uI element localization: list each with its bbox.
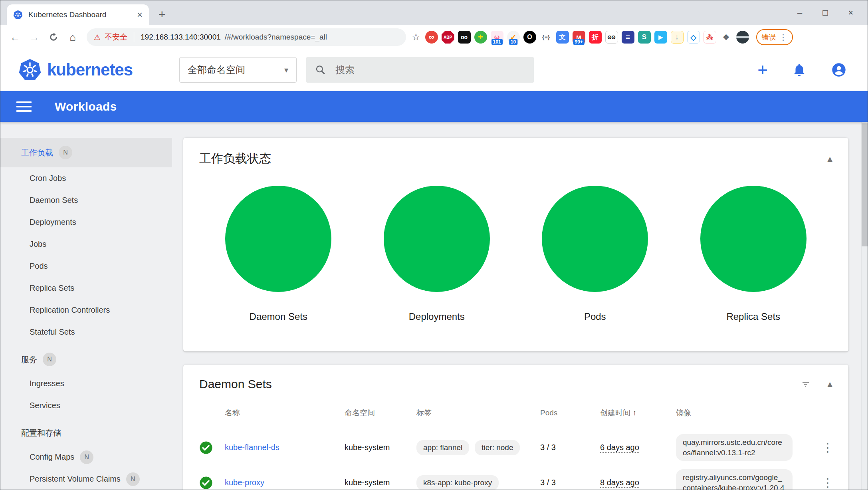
donut-chart[interactable] (542, 186, 648, 292)
extensions-puzzle-icon[interactable]: ❖ (720, 31, 733, 44)
sidebar-item[interactable]: Config Maps N (0, 446, 172, 468)
black-o-icon[interactable]: O (523, 31, 536, 44)
created-column-header[interactable]: 创建时间 ↑ (600, 408, 676, 418)
reload-icon[interactable] (44, 32, 63, 42)
s-letter-icon[interactable]: S (638, 31, 651, 44)
google-translate-icon[interactable]: 文 (556, 31, 569, 44)
hamburger-menu-icon[interactable] (16, 101, 32, 112)
not-secure-label: 不安全 (105, 32, 127, 42)
json-braces-icon[interactable]: {≡} (540, 31, 553, 44)
donut-label: Pods (584, 311, 606, 322)
chevron-down-icon: ▾ (284, 65, 288, 75)
notes-list-icon[interactable]: ≡ (622, 31, 634, 44)
app-header: kubernetes 全部命名空间 ▾ + (0, 49, 868, 91)
sidebar-item-label: Config Maps (30, 452, 74, 462)
infinity-icon[interactable]: ∞ (425, 31, 438, 44)
sidebar-item[interactable]: Replication Controllers (0, 299, 172, 321)
daemonset-name-link[interactable]: kube-flannel-ds (225, 443, 279, 452)
kubernetes-logo (18, 58, 42, 81)
namespace-column-header[interactable]: 命名空间 (345, 408, 416, 418)
sidebar-item[interactable]: 工作负载 N (0, 138, 172, 167)
sidebar-item-label: Replication Controllers (30, 306, 110, 315)
labels-cell: k8s-app: kube-proxy (416, 475, 540, 490)
forward-icon[interactable]: → (25, 31, 44, 44)
kubernetes-brand[interactable]: kubernetes (18, 58, 133, 81)
sidebar-item[interactable]: Replica Sets (0, 277, 172, 299)
table-row: kube-proxy kube-system k8s-app: kube-pro… (183, 465, 848, 490)
sidebar-item[interactable]: 配置和存储 (0, 420, 172, 446)
sidebar-item[interactable]: Services (0, 395, 172, 417)
row-actions-kebab-icon[interactable]: ⋮ (816, 476, 839, 490)
red-badge-99-icon[interactable]: M 99+ (573, 31, 585, 44)
donut-chart[interactable] (384, 186, 490, 292)
download-arrow-icon[interactable]: ↓ (671, 31, 684, 44)
sidebar-item-label: Stateful Sets (30, 327, 75, 337)
chrome-menu-error-button[interactable]: 错误 ⋮ (756, 29, 793, 45)
person-glasses-icon[interactable]: ʘʘ (605, 31, 618, 44)
collapse-card-icon[interactable]: ▲ (826, 379, 834, 389)
user-account-icon[interactable] (831, 62, 847, 78)
filter-list-icon[interactable] (801, 379, 811, 389)
profile-avatar-icon[interactable] (736, 31, 749, 44)
tab-close-icon[interactable]: × (137, 9, 143, 20)
daemonset-name-link[interactable]: kube-proxy (225, 478, 264, 487)
url-path: /#/workloads?namespace=_all (225, 33, 327, 42)
search-box[interactable] (306, 57, 534, 83)
status-donut-charts: Daemon Sets Deployments Pods Replica Set… (183, 167, 848, 351)
health-plus-icon[interactable]: + (474, 31, 487, 44)
kubernetes-favicon (13, 10, 23, 20)
maximize-button[interactable]: □ (813, 8, 838, 18)
page-scrollbar[interactable] (861, 122, 868, 490)
cat-badge-icon[interactable]: ω 101 (491, 31, 503, 44)
sort-ascending-icon: ↑ (633, 409, 637, 417)
browser-tab[interactable]: Kubernetes Dashboard × (7, 4, 149, 25)
namespace-select[interactable]: 全部命名空间 ▾ (179, 57, 297, 83)
status-donut: Pods (539, 186, 651, 322)
extensions-row: ∞ ABP oo + ω 101 ✓ 10 (425, 31, 749, 44)
pods-column-header[interactable]: Pods (540, 409, 600, 417)
address-bar[interactable]: ⚠ 不安全 192.168.133.140:30001 /#/workloads… (87, 28, 406, 46)
search-input[interactable] (335, 64, 525, 76)
row-actions-kebab-icon[interactable]: ⋮ (816, 440, 839, 454)
send-page-icon[interactable]: ▶ (654, 31, 667, 44)
adblock-plus-icon[interactable]: ABP (442, 31, 454, 44)
label-chip: app: flannel (416, 440, 469, 455)
image-chip: registry.aliyuncs.com/google_containers/… (676, 469, 793, 490)
close-button[interactable]: × (838, 8, 864, 18)
status-donut: Deployments (381, 186, 493, 322)
eyes-icon[interactable]: oo (458, 31, 471, 44)
not-secure-warning-icon[interactable]: ⚠ (94, 33, 101, 42)
created-cell: 8 days ago (600, 478, 639, 487)
sidebar-item-label: Pods (30, 262, 48, 271)
new-tab-button[interactable]: + (159, 8, 166, 21)
bookmark-star-icon[interactable]: ☆ (412, 32, 420, 43)
back-icon[interactable]: ← (6, 31, 24, 44)
main-content: 工作负载状态 ▲ Daemon Sets Deployments Pods (172, 122, 868, 490)
scrollbar-thumb[interactable] (862, 123, 868, 246)
sidebar-item[interactable]: Persistent Volume Claims N (0, 468, 172, 490)
create-resource-icon[interactable]: + (757, 61, 768, 79)
sidebar-item[interactable]: Cron Jobs (0, 167, 172, 189)
sidebar-item[interactable]: Pods (0, 255, 172, 277)
home-icon[interactable]: ⌂ (63, 31, 82, 44)
donut-chart[interactable] (225, 186, 331, 292)
collapse-card-icon[interactable]: ▲ (826, 154, 834, 164)
sitemap-red-icon[interactable]: ⁂ (704, 31, 716, 44)
sidebar-item[interactable]: Ingresses (0, 373, 172, 395)
discount-zhe-icon[interactable]: 折 (589, 31, 602, 44)
sidebar-item-label: Services (30, 401, 60, 410)
check-badge-icon[interactable]: ✓ 10 (507, 31, 520, 44)
minimize-button[interactable]: – (787, 8, 813, 18)
sidebar-item[interactable]: Jobs (0, 233, 172, 255)
notifications-bell-icon[interactable] (792, 62, 807, 77)
table-row: kube-flannel-ds kube-system app: flannel… (183, 430, 848, 465)
sidebar-item[interactable]: 服务 N (0, 346, 172, 373)
donut-chart[interactable] (700, 186, 807, 292)
daemon-sets-title: Daemon Sets (199, 377, 786, 391)
sidebar-item[interactable]: Deployments (0, 211, 172, 233)
sidebar-item[interactable]: Daemon Sets (0, 189, 172, 211)
hex-web-icon[interactable]: ◇ (687, 31, 700, 44)
name-column-header[interactable]: 名称 (225, 408, 345, 418)
sidebar-item[interactable]: Stateful Sets (0, 321, 172, 343)
url-host: 192.168.133.140:30001 (141, 33, 221, 42)
